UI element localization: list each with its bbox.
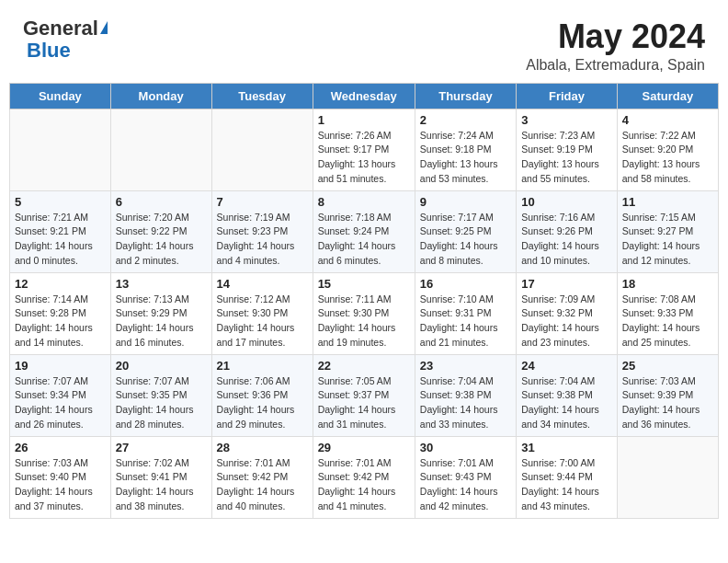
- day-info-line: and 10 minutes.: [521, 254, 612, 269]
- day-info-line: Sunset: 9:42 PM: [217, 470, 308, 485]
- day-info-line: Sunrise: 7:03 AM: [15, 456, 106, 471]
- day-number: 1: [318, 113, 410, 127]
- day-info-line: and 16 minutes.: [116, 336, 207, 350]
- day-info-line: Sunrise: 7:04 AM: [521, 374, 612, 389]
- day-info-line: and 25 minutes.: [622, 336, 713, 350]
- day-number: 4: [622, 113, 713, 127]
- day-info-line: Sunset: 9:32 PM: [521, 306, 612, 321]
- weekday-header-friday: Friday: [517, 83, 618, 109]
- day-info-line: Daylight: 13 hours: [420, 157, 511, 172]
- day-info-line: and 31 minutes.: [318, 418, 410, 432]
- day-number: 30: [420, 441, 511, 454]
- day-info-line: Sunset: 9:42 PM: [318, 470, 410, 485]
- calendar-cell: 12Sunrise: 7:14 AMSunset: 9:28 PMDayligh…: [10, 272, 111, 354]
- day-info-line: Sunset: 9:40 PM: [15, 470, 106, 485]
- day-info-line: Sunrise: 7:00 AM: [521, 456, 612, 471]
- weekday-header-wednesday: Wednesday: [313, 83, 415, 109]
- day-info-line: and 55 minutes.: [521, 172, 612, 187]
- day-info-line: Daylight: 14 hours: [15, 485, 106, 500]
- calendar-cell: 16Sunrise: 7:10 AMSunset: 9:31 PMDayligh…: [415, 272, 516, 354]
- day-number: 20: [116, 359, 207, 373]
- day-info-line: and 19 minutes.: [318, 336, 410, 350]
- calendar-cell: 7Sunrise: 7:19 AMSunset: 9:23 PMDaylight…: [211, 190, 313, 272]
- day-info-line: Daylight: 14 hours: [318, 485, 410, 500]
- day-info-line: Sunset: 9:35 PM: [116, 388, 207, 403]
- day-info-line: Sunset: 9:34 PM: [15, 388, 106, 403]
- day-info-line: Daylight: 14 hours: [217, 239, 308, 254]
- day-info-line: Daylight: 14 hours: [622, 403, 713, 418]
- day-info-line: and 42 minutes.: [420, 500, 511, 514]
- day-info-line: Sunrise: 7:01 AM: [318, 456, 410, 471]
- day-info-line: Daylight: 14 hours: [622, 239, 713, 254]
- day-info-line: Sunrise: 7:16 AM: [521, 211, 612, 225]
- day-info-line: Daylight: 14 hours: [217, 403, 308, 418]
- calendar-week-row: 19Sunrise: 7:07 AMSunset: 9:34 PMDayligh…: [10, 354, 719, 436]
- day-number: 23: [420, 359, 511, 373]
- day-info-line: Sunrise: 7:13 AM: [116, 293, 207, 307]
- day-info-line: Sunrise: 7:19 AM: [217, 211, 308, 225]
- day-info-line: Daylight: 14 hours: [116, 239, 207, 254]
- day-info-line: and 4 minutes.: [217, 254, 308, 269]
- day-info-line: Daylight: 14 hours: [116, 485, 207, 500]
- day-info-line: Daylight: 14 hours: [15, 403, 106, 418]
- day-info-line: Sunrise: 7:14 AM: [15, 293, 106, 307]
- day-info-line: and 26 minutes.: [15, 418, 106, 432]
- day-info-line: Sunset: 9:21 PM: [15, 224, 106, 239]
- day-info-line: Daylight: 14 hours: [420, 485, 511, 500]
- day-info-line: Daylight: 14 hours: [217, 485, 308, 500]
- day-info-line: Daylight: 14 hours: [420, 403, 511, 418]
- day-info-line: Daylight: 14 hours: [15, 321, 106, 336]
- day-info-line: and 36 minutes.: [622, 418, 713, 432]
- day-info-line: and 41 minutes.: [318, 500, 410, 514]
- calendar-cell: 1Sunrise: 7:26 AMSunset: 9:17 PMDaylight…: [313, 109, 415, 190]
- day-info-line: Sunrise: 7:01 AM: [217, 456, 308, 471]
- calendar-cell: 15Sunrise: 7:11 AMSunset: 9:30 PMDayligh…: [313, 272, 415, 354]
- day-info-line: and 14 minutes.: [15, 336, 106, 350]
- day-info-line: Sunrise: 7:18 AM: [318, 211, 410, 225]
- day-info-line: and 33 minutes.: [420, 418, 511, 432]
- day-number: 29: [318, 441, 410, 454]
- day-info-line: Daylight: 14 hours: [318, 239, 410, 254]
- day-number: 9: [420, 195, 511, 209]
- calendar-cell: 30Sunrise: 7:01 AMSunset: 9:43 PMDayligh…: [415, 436, 516, 518]
- day-info-line: Daylight: 14 hours: [217, 321, 308, 336]
- day-info-line: and 28 minutes.: [116, 418, 207, 432]
- day-number: 12: [15, 277, 106, 291]
- weekday-header-monday: Monday: [110, 83, 211, 109]
- day-number: 25: [622, 359, 713, 373]
- day-number: 28: [217, 441, 308, 454]
- calendar-cell: 11Sunrise: 7:15 AMSunset: 9:27 PMDayligh…: [617, 190, 718, 272]
- day-info-line: Sunrise: 7:24 AM: [420, 129, 511, 144]
- calendar-cell: 8Sunrise: 7:18 AMSunset: 9:24 PMDaylight…: [313, 190, 415, 272]
- day-info-line: Sunrise: 7:26 AM: [318, 129, 410, 144]
- day-info-line: and 53 minutes.: [420, 172, 511, 187]
- day-info-line: and 2 minutes.: [116, 254, 207, 269]
- day-info-line: Sunset: 9:39 PM: [622, 388, 713, 403]
- day-info-line: Sunset: 9:36 PM: [217, 388, 308, 403]
- calendar-cell: 29Sunrise: 7:01 AMSunset: 9:42 PMDayligh…: [313, 436, 415, 518]
- day-info-line: and 21 minutes.: [420, 336, 511, 350]
- calendar-cell: 19Sunrise: 7:07 AMSunset: 9:34 PMDayligh…: [10, 354, 111, 436]
- calendar-cell: 24Sunrise: 7:04 AMSunset: 9:38 PMDayligh…: [517, 354, 618, 436]
- day-number: 16: [420, 277, 511, 291]
- day-info-line: Daylight: 14 hours: [521, 239, 612, 254]
- day-info-line: Sunrise: 7:12 AM: [217, 293, 308, 307]
- weekday-header-tuesday: Tuesday: [211, 83, 313, 109]
- day-number: 22: [318, 359, 410, 373]
- day-info-line: Sunrise: 7:21 AM: [15, 211, 106, 225]
- day-info-line: Sunrise: 7:17 AM: [420, 211, 511, 225]
- page-header: General Blue May 2024 Albala, Extremadur…: [9, 9, 719, 78]
- day-number: 5: [15, 195, 106, 209]
- day-number: 18: [622, 277, 713, 291]
- calendar-cell: 13Sunrise: 7:13 AMSunset: 9:29 PMDayligh…: [110, 272, 211, 354]
- day-number: 21: [217, 359, 308, 373]
- logo-general-text: General: [23, 18, 98, 39]
- calendar-table: SundayMondayTuesdayWednesdayThursdayFrid…: [9, 83, 719, 519]
- day-info-line: Sunset: 9:23 PM: [217, 224, 308, 239]
- calendar-week-row: 1Sunrise: 7:26 AMSunset: 9:17 PMDaylight…: [10, 109, 719, 190]
- day-info-line: Sunset: 9:38 PM: [420, 388, 511, 403]
- day-number: 31: [521, 441, 612, 454]
- day-info-line: and 23 minutes.: [521, 336, 612, 350]
- day-info-line: Daylight: 14 hours: [318, 403, 410, 418]
- day-info-line: Daylight: 13 hours: [318, 157, 410, 172]
